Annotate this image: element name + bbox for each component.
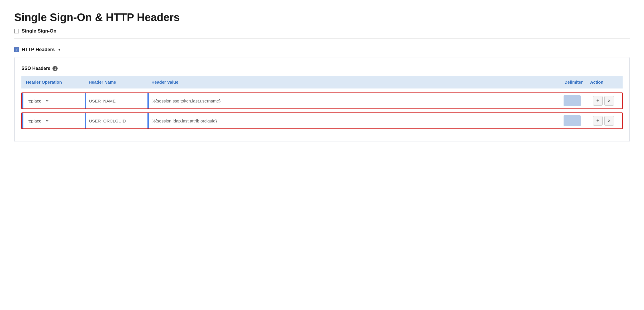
table-row: replace insert remove: [21, 112, 623, 129]
http-headers-toggle: HTTP Headers ▼: [14, 47, 630, 53]
header-value-input-2[interactable]: [149, 115, 559, 127]
cell-delimiter-2: [559, 113, 585, 128]
header-name-input-2[interactable]: [86, 115, 147, 127]
sso-headers-title: SSO Headers ℹ: [21, 66, 623, 71]
table-header: Header Operation Header Name Header Valu…: [21, 76, 623, 88]
table-row: replace insert remove: [21, 92, 623, 109]
cell-value-2: [147, 113, 559, 128]
col-header-action: Action: [586, 76, 623, 88]
sso-headers-title-text: SSO Headers: [21, 66, 50, 71]
sso-checkbox[interactable]: [14, 29, 19, 33]
info-icon[interactable]: ℹ: [52, 66, 58, 71]
operation-select-2[interactable]: replace insert remove: [23, 115, 49, 127]
delimiter-box-1[interactable]: [564, 95, 581, 106]
delimiter-box-2[interactable]: [564, 115, 581, 126]
cell-operation-1: replace insert remove: [22, 93, 85, 108]
cell-delimiter-1: [559, 93, 585, 108]
http-headers-section: HTTP Headers ▼ SSO Headers ℹ Header Oper…: [14, 47, 630, 142]
col-header-delimiter: Delimiter: [560, 76, 586, 88]
section-divider: [14, 39, 630, 39]
sso-headers-container: SSO Headers ℹ Header Operation Header Na…: [14, 57, 630, 142]
remove-row-button-1[interactable]: ×: [604, 96, 614, 106]
sso-section: Single Sign-On: [14, 28, 630, 34]
add-row-button-1[interactable]: +: [593, 96, 603, 106]
cell-name-2: [85, 113, 147, 128]
header-name-input-1[interactable]: [86, 95, 147, 107]
page-title: Single Sign-On & HTTP Headers: [14, 11, 630, 24]
col-header-operation: Header Operation: [21, 76, 84, 88]
add-row-button-2[interactable]: +: [593, 116, 603, 126]
cell-action-1: + ×: [585, 93, 622, 108]
http-headers-label: HTTP Headers: [22, 47, 55, 53]
col-header-name: Header Name: [84, 76, 147, 88]
cell-operation-2: replace insert remove: [22, 113, 85, 128]
header-value-input-1[interactable]: [149, 95, 559, 107]
cell-action-2: + ×: [585, 113, 622, 128]
http-headers-checkbox[interactable]: [14, 47, 19, 52]
http-headers-dropdown-arrow[interactable]: ▼: [58, 48, 61, 52]
cell-value-1: [147, 93, 559, 108]
sso-label: Single Sign-On: [22, 28, 56, 34]
cell-name-1: [85, 93, 147, 108]
remove-row-button-2[interactable]: ×: [604, 116, 614, 126]
col-header-value: Header Value: [147, 76, 560, 88]
operation-select-1[interactable]: replace insert remove: [23, 95, 49, 107]
operation-select-wrapper-1: replace insert remove: [23, 95, 49, 107]
operation-select-wrapper-2: replace insert remove: [23, 115, 49, 127]
